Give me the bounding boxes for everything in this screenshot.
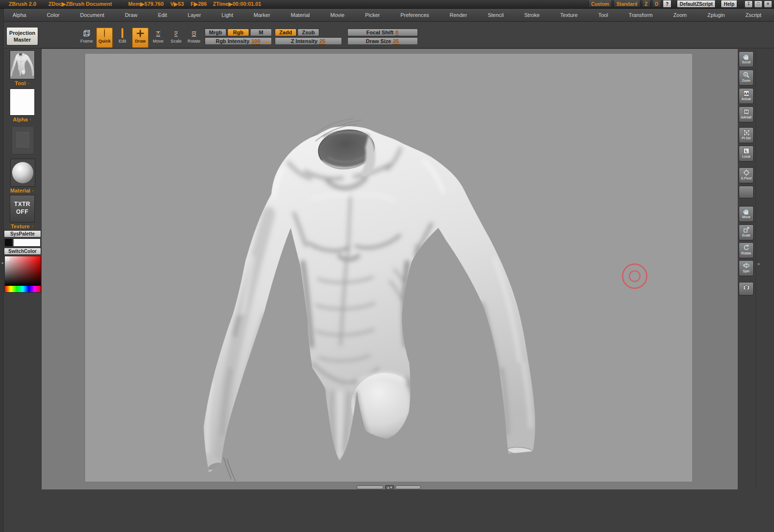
syspalette-button[interactable]: SysPalette [4,230,41,237]
alpha-label[interactable]: Alpha▼ [4,117,41,122]
menu-zscript[interactable]: Zscript [745,12,761,18]
focal-shift-slider[interactable]: Focal Shift 0 [347,29,418,36]
z-toggle-button[interactable]: Z [642,0,651,8]
tool-label[interactable]: Tool▼ [4,80,41,86]
menu-render[interactable]: Render [450,12,467,18]
frame-button[interactable]: Frame [78,28,95,48]
local-icon: L [743,147,750,155]
m-button[interactable]: M [250,29,272,36]
material-sphere-icon [12,162,33,183]
menu-texture[interactable]: Texture [560,12,578,18]
menu-draw[interactable]: Draw [125,12,137,18]
close-icon[interactable]: ✕ [764,0,772,8]
canvas-area[interactable]: ▲▼ [41,48,738,489]
right-tool-zoom[interactable]: Zoom [739,70,754,86]
menu-alpha[interactable]: Alpha [13,12,26,18]
draw-size-slider[interactable]: Draw Size 25 [347,37,418,45]
svg-text:AA: AA [744,92,748,95]
alpha-thumbnail[interactable] [10,89,35,116]
menu-marker[interactable]: Marker [253,12,270,18]
mrgb-button[interactable]: Mrgb [205,29,226,36]
rgb-button[interactable]: Rgb [227,29,249,36]
quick-help-button[interactable]: ? [663,0,671,8]
menu-transform[interactable]: Transform [628,12,653,18]
canvas-scroll-right-bar[interactable] [395,486,421,489]
menu-stroke[interactable]: Stroke [524,12,540,18]
menu-zoom[interactable]: Zoom [673,12,687,18]
txtr-off-button[interactable]: TXTR OFF [10,195,35,222]
chevron-down-icon: ▼ [31,189,35,192]
custom-ui-button[interactable]: Custom [588,0,612,8]
standard-ui-button[interactable]: Standard [613,0,640,8]
svg-text:L: L [745,149,747,153]
zsub-button[interactable]: Zsub [298,29,319,36]
right-tool-scale[interactable]: Scale [739,224,754,240]
edit-button[interactable]: Edit [114,28,131,48]
pivot-icon [743,169,750,177]
material-label[interactable]: Material▼ [4,188,41,193]
menu-picker[interactable]: Picker [365,12,380,18]
right-tool-rotate[interactable]: Rotate [739,242,754,258]
zbrush-app: ZBrush 2.0 ZDoc▶ZBrush Document Mem▶579.… [0,0,774,532]
menu-zplugin[interactable]: Zplugin [707,12,725,18]
texture-label[interactable]: Texture▼ [4,223,41,229]
z-intensity-slider[interactable]: Z Intensity 25 [275,37,342,45]
secondary-color-swatch[interactable] [4,238,13,247]
move-button[interactable]: M Move [150,28,166,48]
canvas-scroll-arrows[interactable]: ▲▼ [385,485,394,490]
menu-material[interactable]: Material [291,12,310,18]
menu-movie[interactable]: Movie [330,12,344,18]
left-tray-edge [0,9,4,532]
window-shade-icon[interactable]: ↧ [744,0,753,8]
right-tool-actual[interactable]: AA Actual [739,88,754,104]
menu-document[interactable]: Document [80,12,104,18]
right-tool-scroll[interactable]: Scroll [739,51,754,67]
main-color-swatch[interactable] [13,238,41,247]
color-picker[interactable] [4,256,41,293]
canvas-scroll-left-bar[interactable] [357,486,384,489]
help-button[interactable]: Help [721,0,737,8]
projection-master-button[interactable]: Projection Master [6,28,38,45]
switchcolor-button[interactable]: SwitchColor [4,248,41,255]
menu-bar: Alpha Color Document Draw Edit Layer Lig… [0,9,774,22]
right-tray-collapse-arrow[interactable]: ◄ [757,262,760,266]
default-zscript-button[interactable]: DefaultZScript [677,0,715,8]
document-canvas[interactable] [85,54,692,482]
scale-icon [743,226,750,234]
hand-icon [743,53,750,60]
sculpt-viewport[interactable] [85,54,692,482]
menu-color[interactable]: Color [47,12,60,18]
draw-button[interactable]: Draw [132,28,149,48]
right-tool-ptsel[interactable]: Pt Sel [739,127,754,143]
d-toggle-button[interactable]: D [652,0,661,8]
right-tool-aahalf[interactable]: AA AAHalf [739,106,754,122]
quick-button[interactable]: Quick [96,28,113,48]
left-tray-collapse-arrow[interactable]: ◄ [0,261,4,265]
maximize-icon[interactable]: □ [754,0,762,8]
right-tool-local[interactable]: L Local [739,146,754,162]
scale-button[interactable]: S Scale [168,28,184,48]
sphere-icon [104,29,105,38]
menu-stencil[interactable]: Stencil [488,12,504,18]
color-picker-marker [6,258,9,261]
menu-light[interactable]: Light [222,12,233,18]
rotate-button[interactable]: R Rotate [186,28,202,48]
cube-icon [82,29,91,38]
menu-preferences[interactable]: Preferences [401,12,429,18]
rgb-intensity-slider[interactable]: Rgb Intensity 100 [205,37,272,45]
right-tool-snapshot[interactable] [739,282,754,296]
tool-thumbnail[interactable] [10,50,35,79]
right-tool-move[interactable]: Move [739,206,754,222]
actual-size-icon: AA [743,89,750,97]
menu-tool[interactable]: Tool [598,12,608,18]
hue-bar[interactable] [5,286,41,292]
saturation-value-square[interactable] [5,256,41,286]
material-thumbnail[interactable] [10,159,35,187]
right-tool-spivot[interactable]: S.Pivot [739,167,754,183]
zadd-button[interactable]: Zadd [275,29,297,36]
menu-layer[interactable]: Layer [188,12,201,18]
menu-edit[interactable]: Edit [158,12,167,18]
right-tool-spin[interactable]: Spin [739,260,754,276]
spin-icon [743,262,750,269]
right-tool-blank[interactable] [739,186,754,198]
